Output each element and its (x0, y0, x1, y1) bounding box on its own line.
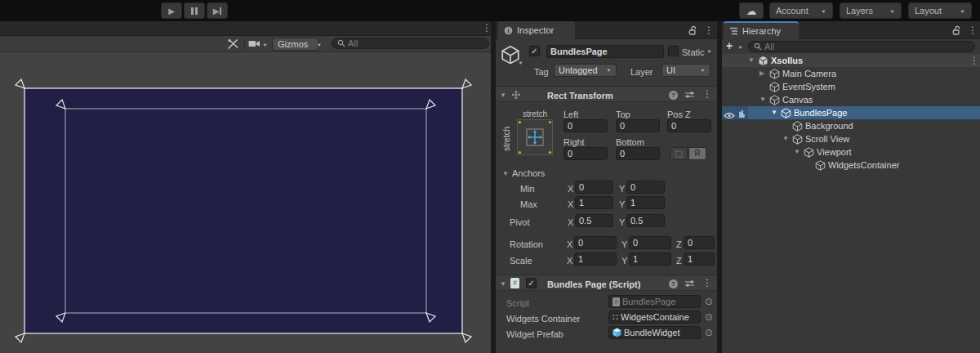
foldout-arrow[interactable]: ▼ (748, 54, 755, 67)
camera-icon[interactable] (248, 39, 261, 48)
chevron-down-icon: ▼ (960, 8, 965, 13)
script-object-field[interactable]: # BundlesPage (608, 295, 701, 308)
foldout-arrow[interactable]: ▼ (794, 145, 800, 159)
canvas-rect[interactable] (24, 88, 462, 333)
hierarchy-row-widgetscontainer[interactable]: WidgetsContainer (722, 159, 980, 172)
left-field[interactable]: 0 (564, 119, 608, 132)
rect-transform-header[interactable]: ▼ Rect Transform ? ⋮ (496, 86, 717, 102)
hierarchy-row-eventsystem[interactable]: EventSystem (722, 80, 980, 93)
rotation-y-field[interactable]: 0 (629, 236, 671, 249)
anchor-preset-widget[interactable] (517, 119, 553, 155)
right-field[interactable]: 0 (564, 147, 608, 160)
raw-edit-button[interactable]: R (688, 147, 706, 160)
anchor-min-y-field[interactable]: 0 (626, 181, 665, 194)
step-button[interactable]: ▶ (207, 2, 228, 19)
script-component-header[interactable]: ▼ # ✓ Bundles Page (Script) ? ⋮ (496, 275, 717, 291)
scale-z-field[interactable]: 1 (684, 252, 715, 266)
hierarchy-row-canvas[interactable]: ▼ Canvas (722, 93, 980, 106)
foldout-arrow[interactable]: ▶ (760, 67, 764, 80)
tools-icon[interactable] (227, 38, 239, 50)
scale-y-field[interactable]: 1 (629, 252, 671, 266)
scene-viewport[interactable] (0, 52, 491, 353)
widget-prefab-field[interactable]: BundleWidget (608, 326, 701, 339)
anchors-foldout-arrow[interactable]: ▼ (502, 170, 509, 177)
scale-label: Scale (510, 255, 532, 266)
gameobject-icon (781, 108, 791, 118)
tab-inspector[interactable]: i Inspector (498, 21, 575, 39)
hierarchy-search-input[interactable]: All (748, 41, 975, 52)
create-dropdown-icon[interactable]: ▼ (737, 45, 743, 50)
active-checkbox[interactable]: ✓ (529, 46, 540, 56)
foldout-arrow[interactable]: ▼ (771, 106, 777, 119)
cloud-services-button[interactable]: ☁ (739, 2, 764, 19)
hierarchy-row-bundlespage[interactable]: ▼ BundlesPage (722, 106, 980, 119)
hierarchy-row-main-camera[interactable]: ▶ Main Camera (722, 67, 980, 80)
hierarchy-tabbar: Hierarchy ⋮ (722, 21, 980, 39)
presets-icon[interactable] (684, 91, 695, 99)
scale-x-field[interactable]: 1 (574, 252, 617, 266)
hierarchy-row-scene[interactable]: ▼ Xsollus ⋮ (722, 54, 980, 67)
blueprint-mode-button[interactable] (670, 147, 688, 160)
component-menu-icon[interactable]: ⋮ (702, 274, 712, 292)
object-picker-icon[interactable]: ⊙ (705, 327, 713, 338)
object-picker-icon[interactable]: ⊙ (705, 296, 713, 307)
anchor-min-x-field[interactable]: 0 (575, 181, 613, 194)
tab-hierarchy[interactable]: Hierarchy (724, 21, 799, 39)
hierarchy-menu-icon[interactable]: ⋮ (968, 21, 978, 39)
object-picker-icon[interactable]: ⊙ (705, 311, 713, 323)
account-dropdown[interactable]: Account▼ (769, 2, 833, 19)
anchor-max-y-field[interactable]: 1 (626, 196, 665, 209)
rect-transform-mini-icon: ∷ (612, 311, 618, 323)
tag-dropdown[interactable]: Untagged▼ (554, 64, 617, 77)
scene-search-input[interactable]: All (332, 38, 489, 49)
bottom-field[interactable]: 0 (616, 147, 660, 160)
hierarchy-row-viewport[interactable]: ▼ Viewport (722, 145, 980, 159)
scene-menu-icon[interactable]: ⋮ (482, 19, 492, 37)
name-value: BundlesPage (550, 46, 608, 57)
gameobject-icon-dropdown[interactable]: ▼ (518, 61, 523, 66)
create-button[interactable]: + (726, 39, 733, 52)
inspector-menu-icon[interactable]: ⋮ (704, 21, 714, 39)
static-dropdown-icon[interactable]: ▼ (706, 49, 712, 54)
foldout-arrow[interactable]: ▼ (782, 132, 789, 145)
anchor-max-x-field[interactable]: 1 (575, 196, 613, 209)
pause-button[interactable] (184, 2, 205, 19)
layers-dropdown[interactable]: Layers▼ (840, 2, 902, 19)
top-field[interactable]: 0 (616, 119, 660, 132)
tab-label: Inspector (517, 25, 554, 35)
posz-field[interactable]: 0 (667, 119, 711, 132)
static-checkbox[interactable] (668, 46, 679, 56)
pivot-x-field[interactable]: 0.5 (575, 214, 613, 227)
hierarchy-row-background[interactable]: Background (722, 119, 980, 132)
play-button[interactable]: ▶ (161, 2, 182, 19)
info-icon: i (504, 26, 513, 35)
search-icon (337, 39, 345, 47)
camera-dropdown-icon[interactable]: ▼ (262, 42, 268, 47)
layers-label: Layers (846, 6, 873, 16)
item-label: BundlesPage (794, 106, 847, 119)
foldout-arrow[interactable]: ▼ (760, 93, 766, 106)
lock-icon[interactable] (688, 25, 697, 35)
gameobject-name-field[interactable]: BundlesPage (546, 45, 664, 58)
help-icon[interactable]: ? (669, 91, 678, 100)
component-menu-icon[interactable]: ⋮ (702, 85, 712, 103)
hierarchy-row-scroll-view[interactable]: ▼ Scroll View (722, 132, 980, 145)
gameobject-icon (769, 69, 780, 79)
pickability-hand-icon[interactable] (737, 109, 747, 119)
widgets-container-field[interactable]: ∷ WidgetsContaine (608, 311, 701, 324)
scene-canvas-gizmo (0, 52, 491, 353)
pivot-y-field[interactable]: 0.5 (626, 214, 665, 227)
rotation-x-field[interactable]: 0 (574, 236, 617, 249)
script-enabled-checkbox[interactable]: ✓ (526, 278, 537, 288)
static-label: Static (682, 47, 705, 58)
rotation-z-field[interactable]: 0 (684, 236, 715, 249)
foldout-arrow[interactable]: ▼ (500, 280, 506, 288)
foldout-arrow[interactable]: ▼ (500, 92, 506, 99)
lock-icon[interactable] (952, 25, 961, 35)
gizmos-dropdown[interactable]: Gizmos ▼ (272, 38, 318, 51)
cloud-icon: ☁ (746, 5, 757, 17)
layout-dropdown[interactable]: Layout▼ (908, 2, 972, 19)
layer-dropdown[interactable]: UI▼ (662, 64, 710, 77)
presets-icon[interactable] (684, 279, 695, 288)
help-icon[interactable]: ? (669, 279, 678, 288)
